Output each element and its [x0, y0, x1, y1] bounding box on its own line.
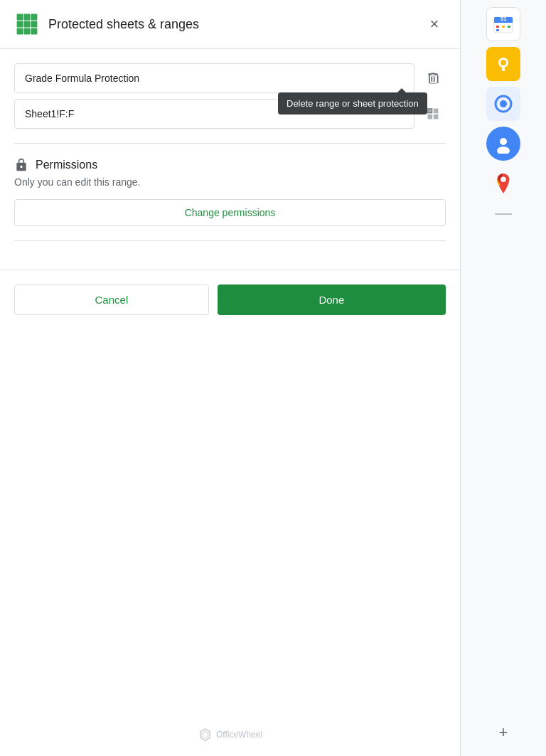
permissions-section: Permissions Only you can edit this range…: [14, 158, 446, 226]
svg-rect-7: [24, 28, 31, 34]
svg-rect-20: [502, 26, 505, 28]
range-input[interactable]: [14, 99, 414, 129]
sidebar-add-button[interactable]: +: [499, 723, 508, 742]
keep-icon: [494, 55, 513, 73]
permissions-description: Only you can edit this range.: [14, 176, 446, 188]
panel-content: Delete range or sheet protection: [0, 49, 460, 270]
change-permissions-button[interactable]: Change permissions: [14, 199, 446, 226]
svg-rect-12: [428, 112, 433, 113]
svg-rect-5: [31, 21, 37, 28]
divider-2: [14, 240, 446, 241]
grid-icon: [426, 107, 440, 121]
permissions-title: Permissions: [36, 159, 97, 171]
svg-rect-10: [428, 109, 429, 114]
watermark: OfficeWheel: [198, 728, 262, 742]
sidebar-item-user[interactable]: [486, 127, 520, 161]
tasks-icon: [493, 94, 513, 114]
sidebar-item-keep[interactable]: [486, 47, 520, 81]
svg-rect-2: [31, 14, 37, 21]
panel-header: Protected sheets & ranges ×: [0, 0, 460, 49]
svg-marker-13: [200, 729, 209, 741]
svg-point-29: [500, 138, 507, 145]
svg-rect-22: [496, 29, 499, 31]
sidebar-item-maps[interactable]: [486, 166, 520, 201]
divider-1: [14, 143, 446, 144]
sidebar: 31: [461, 0, 546, 756]
select-range-button[interactable]: [420, 101, 446, 127]
done-button[interactable]: Done: [218, 284, 446, 315]
svg-rect-3: [17, 21, 23, 28]
cancel-button[interactable]: Cancel: [14, 284, 209, 315]
sheets-logo-icon: [14, 11, 40, 37]
svg-rect-4: [24, 21, 31, 28]
svg-rect-21: [508, 26, 510, 28]
svg-rect-6: [17, 28, 23, 34]
close-button[interactable]: ×: [423, 13, 446, 36]
sidebar-item-calendar[interactable]: 31: [486, 7, 520, 41]
permissions-header: Permissions: [14, 158, 446, 172]
trash-icon: [426, 71, 440, 85]
svg-point-25: [500, 60, 506, 65]
svg-rect-1: [24, 14, 31, 21]
main-panel: Protected sheets & ranges × Delete range…: [0, 0, 461, 756]
svg-point-31: [500, 177, 506, 183]
range-input-row: [14, 99, 446, 129]
delete-protection-button[interactable]: Delete range or sheet protection: [420, 65, 446, 91]
user-icon: [493, 134, 513, 154]
svg-rect-8: [31, 28, 37, 34]
maps-icon: [493, 172, 513, 195]
svg-rect-0: [17, 14, 23, 21]
sidebar-divider: [495, 213, 512, 215]
protection-name-input[interactable]: [14, 63, 414, 93]
svg-text:31: 31: [500, 16, 507, 22]
svg-point-27: [500, 100, 507, 107]
svg-rect-9: [428, 109, 433, 110]
svg-rect-19: [496, 26, 499, 28]
sidebar-item-tasks[interactable]: [486, 87, 520, 121]
svg-marker-14: [202, 731, 208, 738]
lock-icon: [14, 158, 28, 172]
svg-rect-11: [432, 109, 432, 114]
name-input-row: Delete range or sheet protection: [14, 63, 446, 93]
officewheel-logo-icon: [198, 728, 212, 742]
actions-section: Cancel Done: [0, 270, 460, 329]
calendar-icon: 31: [493, 14, 514, 35]
panel-title: Protected sheets & ranges: [48, 17, 423, 32]
svg-rect-24: [502, 68, 505, 71]
